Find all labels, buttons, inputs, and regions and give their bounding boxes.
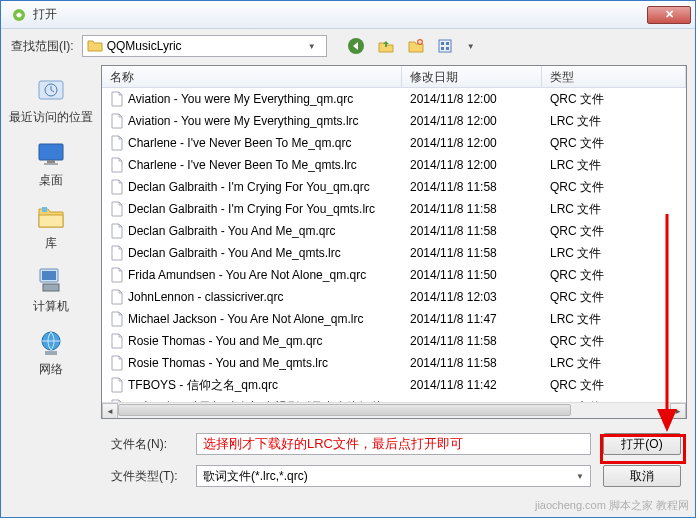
sidebar-item-computer[interactable]: 计算机 [1, 258, 101, 321]
scroll-right-icon[interactable]: ► [670, 403, 686, 419]
file-date-cell: 2014/11/8 12:00 [402, 114, 542, 128]
back-icon[interactable] [347, 37, 365, 55]
file-row[interactable]: Aviation - You were My Everything_qm.qrc… [102, 88, 686, 110]
column-header-type[interactable]: 类型 [542, 66, 686, 87]
chevron-down-icon: ▼ [308, 42, 322, 51]
file-row[interactable]: Aviation - You were My Everything_qmts.l… [102, 110, 686, 132]
file-type-cell: LRC 文件 [542, 311, 686, 328]
watermark-text: jiaocheng.com 脚本之家 教程网 [535, 498, 689, 513]
sidebar-item-label: 桌面 [39, 172, 63, 189]
chevron-down-icon[interactable]: ▼ [467, 42, 475, 51]
open-dialog-window: 打开 ✕ 查找范围(I): QQMusicLyric ▼ ▼ 最近访问的位置 桌… [0, 0, 696, 518]
column-header-name[interactable]: 名称 [102, 66, 402, 87]
view-menu-icon[interactable] [437, 37, 455, 55]
window-title: 打开 [33, 6, 647, 23]
file-name-cell: Rosie Thomas - You and Me_qmts.lrc [102, 355, 402, 371]
file-date-cell: 2014/11/8 11:42 [402, 378, 542, 392]
libraries-icon [35, 201, 67, 233]
file-date-cell: 2014/11/8 11:58 [402, 246, 542, 260]
file-type-cell: QRC 文件 [542, 289, 686, 306]
file-row[interactable]: Charlene - I've Never Been To Me_qmts.lr… [102, 154, 686, 176]
filename-input[interactable]: 选择刚才下载好的LRC文件，最后点打开即可 [196, 433, 591, 455]
file-date-cell: 2014/11/8 11:58 [402, 224, 542, 238]
computer-icon [35, 264, 67, 296]
file-name-cell: Charlene - I've Never Been To Me_qmts.lr… [102, 157, 402, 173]
file-row[interactable]: Declan Galbraith - I'm Crying For You_qm… [102, 176, 686, 198]
desktop-icon [35, 138, 67, 170]
file-row[interactable]: Rosie Thomas - You and Me_qm.qrc2014/11/… [102, 330, 686, 352]
file-row[interactable]: Charlene - I've Never Been To Me_qm.qrc2… [102, 132, 686, 154]
horizontal-scrollbar[interactable]: ◄ ► [102, 402, 686, 418]
file-row[interactable]: Michael Jackson - You Are Not Alone_qm.l… [102, 308, 686, 330]
file-date-cell: 2014/11/8 12:00 [402, 92, 542, 106]
sidebar-item-libraries[interactable]: 库 [1, 195, 101, 258]
column-header-date[interactable]: 修改日期 [402, 66, 542, 87]
svg-rect-16 [43, 284, 59, 291]
file-row[interactable]: Declan Galbraith - You And Me_qm.qrc2014… [102, 220, 686, 242]
svg-rect-7 [446, 47, 449, 50]
sidebar-item-desktop[interactable]: 桌面 [1, 132, 101, 195]
file-name-cell: TFBOYS - 信仰之名_qm.qrc [102, 377, 402, 394]
scroll-track[interactable] [118, 403, 670, 418]
network-icon [35, 327, 67, 359]
svg-rect-3 [439, 40, 451, 52]
chevron-down-icon: ▼ [576, 472, 584, 481]
file-name-cell: Michael Jackson - You Are Not Alone_qm.l… [102, 311, 402, 327]
file-row[interactable]: Frida Amundsen - You Are Not Alone_qm.qr… [102, 264, 686, 286]
file-type-cell: QRC 文件 [542, 333, 686, 350]
file-row[interactable]: Declan Galbraith - You And Me_qmts.lrc20… [102, 242, 686, 264]
filename-hint-text: 选择刚才下载好的LRC文件，最后点打开即可 [203, 435, 463, 453]
app-icon [11, 7, 27, 23]
file-row[interactable]: TFBOYS - 信仰之名_qm.qrc2014/11/8 11:42QRC 文… [102, 374, 686, 396]
scroll-thumb[interactable] [118, 404, 571, 416]
file-name-cell: Rosie Thomas - You and Me_qm.qrc [102, 333, 402, 349]
file-type-cell: QRC 文件 [542, 377, 686, 394]
toolbar: 查找范围(I): QQMusicLyric ▼ ▼ [1, 29, 695, 63]
file-row[interactable]: Rosie Thomas - You and Me_qmts.lrc2014/1… [102, 352, 686, 374]
close-icon: ✕ [665, 8, 674, 21]
file-type-cell: QRC 文件 [542, 179, 686, 196]
svg-rect-19 [45, 351, 57, 355]
svg-rect-10 [39, 144, 63, 160]
file-name-cell: Declan Galbraith - You And Me_qm.qrc [102, 223, 402, 239]
file-type-cell: LRC 文件 [542, 245, 686, 262]
svg-rect-6 [441, 47, 444, 50]
file-type-cell: QRC 文件 [542, 267, 686, 284]
file-type-cell: QRC 文件 [542, 135, 686, 152]
svg-rect-5 [446, 42, 449, 45]
cancel-button[interactable]: 取消 [603, 465, 681, 487]
svg-rect-13 [39, 215, 63, 227]
file-date-cell: 2014/11/8 11:58 [402, 202, 542, 216]
recent-places-icon [35, 75, 67, 107]
file-date-cell: 2014/11/8 12:00 [402, 136, 542, 150]
file-name-cell: Frida Amundsen - You Are Not Alone_qm.qr… [102, 267, 402, 283]
file-name-cell: Declan Galbraith - You And Me_qmts.lrc [102, 245, 402, 261]
file-name-cell: Aviation - You were My Everything_qmts.l… [102, 113, 402, 129]
file-type-cell: LRC 文件 [542, 201, 686, 218]
content-area: 最近访问的位置 桌面 库 计算机 网络 名称 修改日期 [1, 63, 695, 419]
filetype-combo[interactable]: 歌词文件(*.lrc,*.qrc) ▼ [196, 465, 591, 487]
file-row[interactable]: JohnLennon - classicriver.qrc2014/11/8 1… [102, 286, 686, 308]
file-date-cell: 2014/11/8 12:03 [402, 290, 542, 304]
sidebar-item-label: 库 [45, 235, 57, 252]
file-row[interactable]: Declan Galbraith - I'm Crying For You_qm… [102, 198, 686, 220]
new-folder-icon[interactable] [407, 37, 425, 55]
toolbar-icons: ▼ [347, 37, 475, 55]
file-name-cell: Aviation - You were My Everything_qm.qrc [102, 91, 402, 107]
close-button[interactable]: ✕ [647, 6, 691, 24]
titlebar: 打开 ✕ [1, 1, 695, 29]
open-button[interactable]: 打开(O) [603, 433, 681, 455]
up-one-level-icon[interactable] [377, 37, 395, 55]
svg-rect-17 [42, 271, 56, 280]
lookin-combo[interactable]: QQMusicLyric ▼ [82, 35, 327, 57]
sidebar-item-network[interactable]: 网络 [1, 321, 101, 384]
sidebar-item-label: 计算机 [33, 298, 69, 315]
folder-icon [87, 38, 103, 54]
lookin-label: 查找范围(I): [11, 38, 74, 55]
scroll-left-icon[interactable]: ◄ [102, 403, 118, 419]
file-name-cell: Declan Galbraith - I'm Crying For You_qm… [102, 179, 402, 195]
sidebar-item-recent[interactable]: 最近访问的位置 [1, 69, 101, 132]
file-list: 名称 修改日期 类型 Aviation - You were My Everyt… [101, 65, 687, 419]
file-date-cell: 2014/11/8 11:58 [402, 180, 542, 194]
file-name-cell: Declan Galbraith - I'm Crying For You_qm… [102, 201, 402, 217]
